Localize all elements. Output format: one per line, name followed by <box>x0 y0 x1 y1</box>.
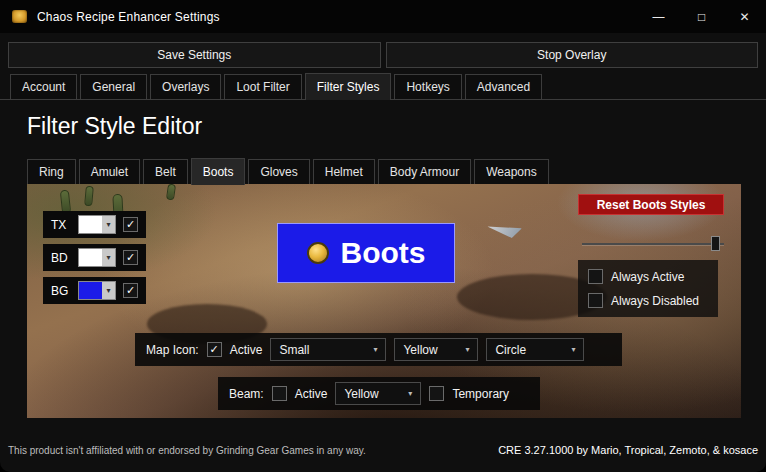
titlebar: Chaos Recipe Enhancer Settings — □ ✕ <box>0 0 766 33</box>
style-slider[interactable] <box>582 236 724 252</box>
check-icon: ✓ <box>126 252 135 263</box>
check-icon: ✓ <box>126 219 135 230</box>
tab-account[interactable]: Account <box>10 74 77 99</box>
currency-orb-icon <box>307 242 329 264</box>
filter-styles-panel: Filter Style Editor Ring Amulet Belt Boo… <box>0 100 766 472</box>
map-icon-shape-select[interactable]: Circle ▾ <box>486 338 584 361</box>
scene-cactus <box>84 186 94 207</box>
map-icon-bar: Map Icon: ✓ Active Small ▾ Yellow ▾ Circ… <box>135 333 622 366</box>
reset-styles-button[interactable]: Reset Boots Styles <box>578 194 724 215</box>
always-active-checkbox[interactable] <box>588 269 603 284</box>
dropdown-arrow-icon: ▾ <box>102 282 115 299</box>
beam-bar: Beam: Active Yellow ▾ Temporary <box>218 377 540 410</box>
background-color-picker[interactable]: ▾ <box>78 281 116 300</box>
maximize-button[interactable]: □ <box>680 0 723 33</box>
map-icon-color-select[interactable]: Yellow ▾ <box>394 338 478 361</box>
stop-overlay-button[interactable]: Stop Overlay <box>386 42 759 68</box>
item-tab-amulet[interactable]: Amulet <box>79 159 140 184</box>
color-picker-stack: TX ▾ ✓ BD ▾ ✓ BG <box>43 211 146 304</box>
item-tab-helmet[interactable]: Helmet <box>313 159 375 184</box>
text-color-checkbox[interactable]: ✓ <box>123 217 138 232</box>
border-color-label: BD <box>51 251 71 265</box>
tab-general[interactable]: General <box>80 74 147 99</box>
beam-color-select[interactable]: Yellow ▾ <box>335 382 421 405</box>
chevron-down-icon: ▾ <box>373 345 377 354</box>
background-color-row: BG ▾ ✓ <box>43 277 146 304</box>
background-color-checkbox[interactable]: ✓ <box>123 283 138 298</box>
select-value: Small <box>279 343 309 357</box>
always-disabled-row: Always Disabled <box>588 293 708 308</box>
map-icon-active-label: Active <box>230 343 263 357</box>
close-icon: ✕ <box>739 11 749 23</box>
check-icon: ✓ <box>210 344 219 355</box>
window-title: Chaos Recipe Enhancer Settings <box>37 10 220 24</box>
text-color-label: TX <box>51 218 71 232</box>
slider-track <box>582 243 724 245</box>
item-tab-ring[interactable]: Ring <box>27 159 76 184</box>
beam-temporary-checkbox[interactable] <box>429 386 444 401</box>
text-color-picker[interactable]: ▾ <box>78 215 116 234</box>
item-tabbar: Ring Amulet Belt Boots Gloves Helmet Bod… <box>0 158 766 184</box>
scene-glint <box>486 220 522 240</box>
main-tabbar: Account General Overlays Loot Filter Fil… <box>0 73 766 100</box>
footer: This product isn't affiliated with or en… <box>0 436 766 464</box>
always-active-label: Always Active <box>611 270 684 284</box>
item-tab-weapons[interactable]: Weapons <box>474 159 548 184</box>
item-tab-boots[interactable]: Boots <box>191 158 246 185</box>
beam-active-label: Active <box>295 387 328 401</box>
close-button[interactable]: ✕ <box>723 0 766 33</box>
footer-version: CRE 3.27.1000 by Mario, Tropical, Zemoto… <box>498 444 758 456</box>
dropdown-arrow-icon: ▾ <box>102 216 115 233</box>
page-title: Filter Style Editor <box>27 113 766 140</box>
always-disabled-label: Always Disabled <box>611 294 699 308</box>
save-settings-button[interactable]: Save Settings <box>8 42 381 68</box>
color-swatch <box>79 249 102 266</box>
map-icon-size-select[interactable]: Small ▾ <box>270 338 386 361</box>
text-color-row: TX ▾ ✓ <box>43 211 146 238</box>
slider-thumb[interactable] <box>711 236 720 251</box>
style-preview-area: TX ▾ ✓ BD ▾ ✓ BG <box>27 184 741 418</box>
map-icon-label: Map Icon: <box>146 343 199 357</box>
minimize-icon: — <box>653 11 665 23</box>
item-label-preview: Boots <box>277 223 455 283</box>
always-options-box: Always Active Always Disabled <box>578 260 718 317</box>
color-swatch <box>79 282 102 299</box>
beam-active-checkbox[interactable] <box>272 386 287 401</box>
tab-hotkeys[interactable]: Hotkeys <box>394 74 461 99</box>
tab-advanced[interactable]: Advanced <box>465 74 542 99</box>
maximize-icon: □ <box>698 11 705 23</box>
border-color-row: BD ▾ ✓ <box>43 244 146 271</box>
check-icon: ✓ <box>126 285 135 296</box>
select-value: Yellow <box>344 387 378 401</box>
item-tab-gloves[interactable]: Gloves <box>248 159 309 184</box>
chevron-down-icon: ▾ <box>408 389 412 398</box>
app-window: Chaos Recipe Enhancer Settings — □ ✕ Sav… <box>0 0 766 472</box>
border-color-checkbox[interactable]: ✓ <box>123 250 138 265</box>
chevron-down-icon: ▾ <box>571 345 575 354</box>
beam-label: Beam: <box>229 387 264 401</box>
select-value: Circle <box>495 343 526 357</box>
always-disabled-checkbox[interactable] <box>588 293 603 308</box>
action-toolbar: Save Settings Stop Overlay <box>0 33 766 68</box>
always-active-row: Always Active <box>588 269 708 284</box>
dropdown-arrow-icon: ▾ <box>102 249 115 266</box>
minimize-button[interactable]: — <box>637 0 680 33</box>
tab-filter-styles[interactable]: Filter Styles <box>305 73 392 100</box>
border-color-picker[interactable]: ▾ <box>78 248 116 267</box>
footer-disclaimer: This product isn't affiliated with or en… <box>8 445 366 456</box>
app-icon <box>12 10 27 23</box>
scene-cactus <box>166 184 176 200</box>
tab-loot-filter[interactable]: Loot Filter <box>224 74 301 99</box>
color-swatch <box>79 216 102 233</box>
item-tab-belt[interactable]: Belt <box>143 159 188 184</box>
map-icon-active-checkbox[interactable]: ✓ <box>207 342 222 357</box>
beam-temporary-label: Temporary <box>452 387 509 401</box>
select-value: Yellow <box>403 343 437 357</box>
window-controls: — □ ✕ <box>637 0 766 33</box>
item-tab-body-armour[interactable]: Body Armour <box>378 159 471 184</box>
background-color-label: BG <box>51 284 71 298</box>
tab-overlays[interactable]: Overlays <box>150 74 221 99</box>
chevron-down-icon: ▾ <box>465 345 469 354</box>
item-preview-text: Boots <box>341 236 426 270</box>
